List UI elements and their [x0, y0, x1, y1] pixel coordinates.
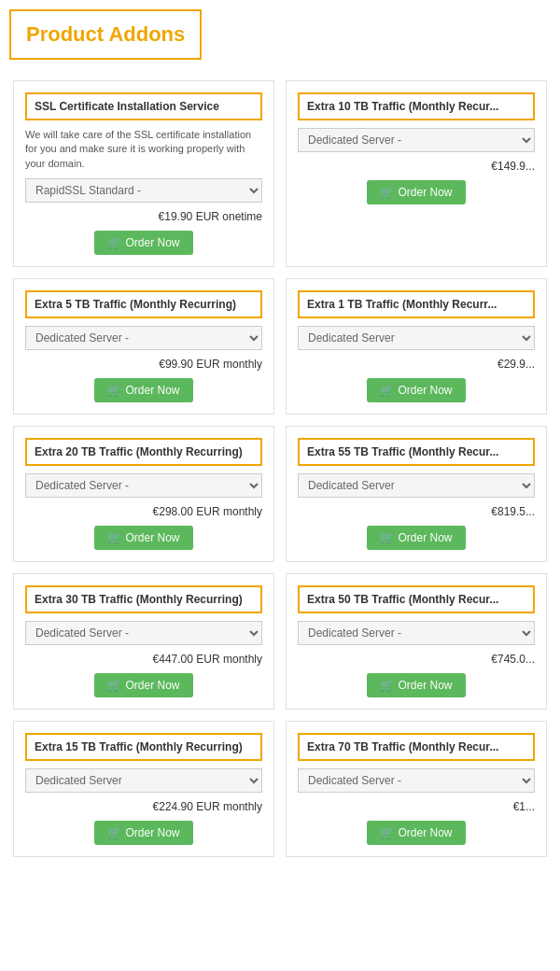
product-card-15tb: Extra 15 TB Traffic (Monthly Recurring)D… — [13, 721, 274, 857]
product-card-70tb: Extra 70 TB Traffic (Monthly Recur...Ded… — [286, 721, 547, 857]
card-select-10tb[interactable]: Dedicated Server - — [298, 128, 535, 152]
order-btn-30tb[interactable]: 🛒Order Now — [94, 673, 192, 697]
card-select-30tb[interactable]: Dedicated Server - — [25, 621, 262, 645]
card-title-10tb: Extra 10 TB Traffic (Monthly Recur... — [298, 92, 535, 120]
card-price-15tb: €224.90 EUR monthly — [25, 800, 262, 813]
card-title-text-30tb: Extra 30 TB Traffic (Monthly Recurring) — [35, 593, 253, 606]
cart-icon: 🛒 — [380, 186, 394, 199]
card-title-text-5tb: Extra 5 TB Traffic (Monthly Recurring) — [35, 298, 253, 311]
order-btn-1tb[interactable]: 🛒Order Now — [367, 378, 465, 402]
product-card-5tb: Extra 5 TB Traffic (Monthly Recurring)De… — [13, 278, 274, 415]
card-price-ssl: €19.90 EUR onetime — [25, 210, 262, 223]
card-desc-ssl: We will take care of the SSL certificate… — [25, 128, 262, 171]
card-title-55tb: Extra 55 TB Traffic (Monthly Recur... — [298, 438, 535, 466]
order-btn-5tb[interactable]: 🛒Order Now — [94, 378, 192, 402]
card-select-70tb[interactable]: Dedicated Server - — [298, 768, 535, 793]
card-price-5tb: €99.90 EUR monthly — [25, 358, 262, 371]
cart-icon: 🛒 — [380, 531, 394, 544]
product-card-20tb: Extra 20 TB Traffic (Monthly Recurring)D… — [13, 426, 274, 562]
page-title: Product Addons — [26, 22, 185, 47]
card-price-70tb: €1... — [298, 800, 535, 813]
cart-icon: 🛒 — [107, 679, 121, 692]
order-btn-ssl[interactable]: 🛒Order Now — [94, 231, 192, 255]
card-title-1tb: Extra 1 TB Traffic (Monthly Recurr... — [298, 290, 535, 318]
product-card-55tb: Extra 55 TB Traffic (Monthly Recur...Ded… — [286, 426, 547, 562]
product-card-30tb: Extra 30 TB Traffic (Monthly Recurring)D… — [13, 573, 274, 710]
card-title-ssl: SSL Certificate Installation Service — [25, 92, 262, 120]
cart-icon: 🛒 — [107, 826, 121, 839]
card-title-15tb: Extra 15 TB Traffic (Monthly Recurring) — [25, 733, 262, 761]
card-title-text-15tb: Extra 15 TB Traffic (Monthly Recurring) — [35, 740, 253, 753]
page-header: Product Addons — [9, 9, 202, 60]
card-select-1tb[interactable]: Dedicated Server — [298, 326, 535, 350]
card-title-text-1tb: Extra 1 TB Traffic (Monthly Recurr... — [307, 298, 525, 311]
cart-icon: 🛒 — [107, 384, 121, 397]
cart-icon: 🛒 — [380, 384, 394, 397]
card-title-text-20tb: Extra 20 TB Traffic (Monthly Recurring) — [35, 445, 253, 458]
order-btn-20tb[interactable]: 🛒Order Now — [94, 526, 192, 550]
order-btn-55tb[interactable]: 🛒Order Now — [367, 526, 465, 550]
card-select-50tb[interactable]: Dedicated Server - — [298, 621, 535, 645]
card-title-text-50tb: Extra 50 TB Traffic (Monthly Recur... — [307, 593, 525, 606]
card-select-15tb[interactable]: Dedicated Server — [25, 768, 262, 793]
card-price-30tb: €447.00 EUR monthly — [25, 653, 262, 666]
card-title-text-ssl: SSL Certificate Installation Service — [35, 100, 253, 113]
card-title-text-55tb: Extra 55 TB Traffic (Monthly Recur... — [307, 445, 525, 458]
order-btn-50tb[interactable]: 🛒Order Now — [367, 673, 465, 697]
product-card-1tb: Extra 1 TB Traffic (Monthly Recurr...Ded… — [286, 278, 547, 415]
card-select-55tb[interactable]: Dedicated Server — [298, 473, 535, 498]
card-select-ssl[interactable]: RapidSSL Standard - — [25, 178, 262, 203]
cart-icon: 🛒 — [107, 236, 121, 249]
card-title-5tb: Extra 5 TB Traffic (Monthly Recurring) — [25, 290, 262, 318]
card-price-10tb: €149.9... — [298, 160, 535, 173]
product-card-ssl: SSL Certificate Installation ServiceWe w… — [13, 80, 274, 267]
card-price-1tb: €29.9... — [298, 358, 535, 371]
card-price-20tb: €298.00 EUR monthly — [25, 505, 262, 518]
order-btn-15tb[interactable]: 🛒Order Now — [94, 821, 192, 845]
card-select-5tb[interactable]: Dedicated Server - — [25, 326, 262, 350]
cart-icon: 🛒 — [380, 826, 394, 839]
products-grid: SSL Certificate Installation ServiceWe w… — [0, 75, 560, 863]
order-btn-10tb[interactable]: 🛒Order Now — [367, 180, 465, 204]
card-title-text-10tb: Extra 10 TB Traffic (Monthly Recur... — [307, 100, 525, 113]
product-card-10tb: Extra 10 TB Traffic (Monthly Recur...Ded… — [286, 80, 547, 267]
cart-icon: 🛒 — [107, 531, 121, 544]
order-btn-70tb[interactable]: 🛒Order Now — [367, 821, 465, 845]
card-price-55tb: €819.5... — [298, 505, 535, 518]
card-select-20tb[interactable]: Dedicated Server - — [25, 473, 262, 498]
card-title-50tb: Extra 50 TB Traffic (Monthly Recur... — [298, 585, 535, 613]
card-price-50tb: €745.0... — [298, 653, 535, 666]
card-title-text-70tb: Extra 70 TB Traffic (Monthly Recur... — [307, 740, 525, 753]
card-title-20tb: Extra 20 TB Traffic (Monthly Recurring) — [25, 438, 262, 466]
product-card-50tb: Extra 50 TB Traffic (Monthly Recur...Ded… — [286, 573, 547, 710]
cart-icon: 🛒 — [380, 679, 394, 692]
card-title-30tb: Extra 30 TB Traffic (Monthly Recurring) — [25, 585, 262, 613]
card-title-70tb: Extra 70 TB Traffic (Monthly Recur... — [298, 733, 535, 761]
